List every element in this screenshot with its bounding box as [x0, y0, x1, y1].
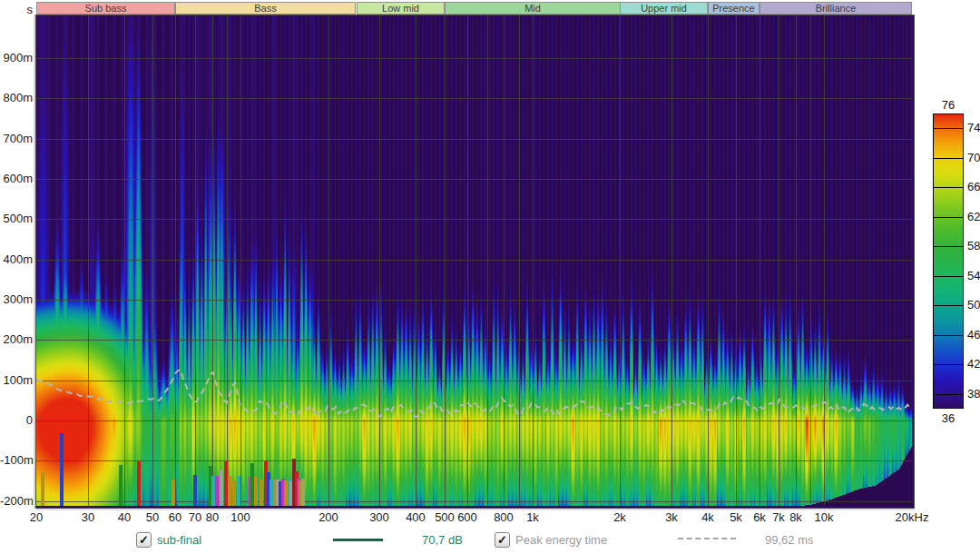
colorbar-tick-label: 38 [967, 387, 980, 401]
band-cell-brilliance: Brilliance [760, 2, 912, 15]
y-axis-tick-label: 600m [0, 172, 33, 185]
y-axis-tick-label: 400m [0, 252, 33, 266]
colorbar-tick-label: 58 [967, 239, 980, 252]
band-label: Low mid [382, 3, 419, 14]
y-axis-tick-label: 700m [0, 132, 33, 145]
x-axis-tick-label: 200 [301, 510, 356, 524]
colorbar-tick-label: 42 [967, 357, 980, 371]
x-axis-tick-label: 10k [797, 510, 851, 524]
trace-checkbox[interactable]: ✓ [136, 532, 152, 548]
check-icon: ✓ [139, 533, 149, 547]
y-axis-tick-label: 300m [0, 292, 33, 306]
y-axis-tick-label: -200m [0, 494, 33, 508]
peak-time-value: 99,62 ms [765, 533, 813, 547]
band-label: Presence [712, 3, 754, 14]
y-axis-tick-label: 500m [0, 212, 33, 225]
colorbar-tick-label: 66 [967, 180, 980, 193]
peak-line-sample [678, 538, 736, 539]
colorbar-tick-label: 50 [967, 298, 980, 312]
spectrogram-window: Sub bassBassLow midMidUpper midPresenceB… [0, 0, 980, 554]
x-axis-tick-label: 2k [593, 510, 647, 524]
band-cell-mid: Mid [445, 2, 621, 15]
band-label: Upper mid [641, 3, 687, 14]
x-axis-tick-label: 100 [213, 510, 268, 524]
spectrogram-canvas[interactable] [36, 15, 912, 506]
peak-checkbox[interactable]: ✓ [495, 532, 510, 548]
legend-bar: ✓ sub-final 70,7 dB ✓ Peak energy time 9… [0, 527, 980, 554]
band-label: Brilliance [816, 3, 857, 14]
colorbar-tick-label: 54 [967, 269, 980, 282]
y-axis-tick-label: 200m [0, 332, 33, 346]
band-cell-low-mid: Low mid [357, 2, 445, 15]
colorbar-tick-label: 46 [967, 328, 980, 341]
x-axis-tick-label: 1k [505, 510, 560, 524]
check-icon: ✓ [497, 533, 507, 547]
colorbar-tick-label: 62 [967, 210, 980, 223]
band-cell-upper-mid: Upper mid [620, 2, 708, 15]
band-cell-presence: Presence [708, 2, 760, 15]
y-axis-tick-label: 900m [0, 51, 33, 64]
y-axis-tick-label: -100m [0, 453, 33, 467]
colorbar-canvas [933, 114, 964, 409]
colorbar-tick-label: 70 [967, 151, 980, 164]
band-label: Bass [254, 3, 276, 14]
y-axis-tick-label: 100m [0, 373, 33, 387]
frequency-band-strip: Sub bassBassLow midMidUpper midPresenceB… [36, 2, 912, 15]
band-label: Mid [524, 3, 541, 14]
band-cell-bass: Bass [175, 2, 356, 15]
colorbar-tick-label: 74 [967, 121, 980, 134]
trace-level-value: 70,7 dB [422, 533, 463, 547]
x-axis-tick-label: 20kHz [885, 510, 939, 524]
peak-label: Peak energy time [515, 533, 607, 547]
band-cell-sub-bass: Sub bass [36, 2, 175, 15]
colorbar-min-label: 36 [933, 411, 964, 425]
x-axis-tick-label: 20 [9, 510, 64, 524]
y-axis-tick-label: 800m [0, 91, 33, 104]
colorbar-max-label: 76 [933, 98, 964, 112]
trace-line-sample [333, 539, 383, 541]
plot-frame [35, 15, 915, 509]
trace-label: sub-final [157, 533, 201, 547]
y-axis-tick-label: 0 [0, 413, 33, 427]
band-label: Sub bass [85, 3, 127, 14]
y-axis-unit: s [0, 3, 33, 16]
